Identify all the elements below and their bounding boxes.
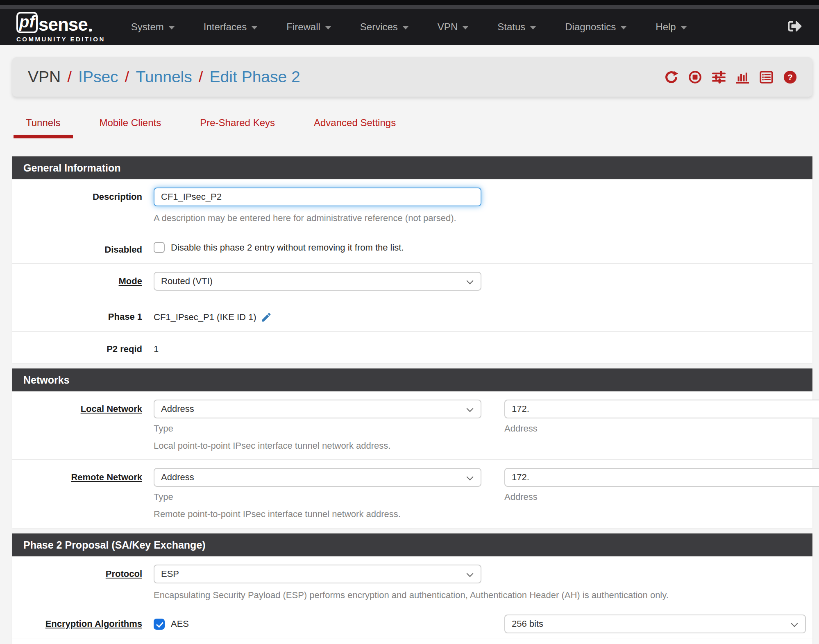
nav-item-system[interactable]: System <box>117 9 189 45</box>
row-encryption-aes: Encryption Algorithms AES 256 bits <box>12 609 812 639</box>
caret-down-icon <box>168 26 175 29</box>
mode-label[interactable]: Mode <box>12 272 154 291</box>
sign-out-icon <box>788 19 802 33</box>
local-type-sublabel: Type <box>154 423 481 434</box>
encryption-algorithms-label[interactable]: Encryption Algorithms <box>12 615 154 633</box>
panel-phase2-proposal: Phase 2 Proposal (SA/Key Exchange) Proto… <box>12 533 812 644</box>
caret-down-icon <box>402 26 409 29</box>
main-navbar: pf sense COMMUNITY EDITION System Interf… <box>0 9 819 45</box>
local-network-address-input[interactable] <box>504 400 819 418</box>
remote-network-help: Remote point-to-point IPsec interface tu… <box>154 509 819 520</box>
aes-label: AES <box>171 619 189 629</box>
nav-item-interfaces[interactable]: Interfaces <box>189 9 272 45</box>
panel-title: Networks <box>12 368 812 391</box>
tab-mobile-clients[interactable]: Mobile Clients <box>100 117 161 138</box>
disabled-checkbox-label: Disable this phase 2 entry without remov… <box>171 242 404 253</box>
help-icon[interactable]: ? <box>783 70 797 84</box>
local-network-type-select[interactable]: Address <box>154 400 481 418</box>
description-help: A description may be entered here for ad… <box>154 213 806 224</box>
tab-advanced-settings[interactable]: Advanced Settings <box>314 117 396 138</box>
disabled-checkbox[interactable] <box>154 242 165 253</box>
protocol-select[interactable]: ESP <box>154 565 481 583</box>
pfsense-logo[interactable]: pf sense COMMUNITY EDITION <box>16 12 105 43</box>
remote-network-address-input[interactable] <box>504 468 819 487</box>
chevron-down-icon <box>467 405 474 412</box>
row-protocol: Protocol ESP Encapsulating Security Payl… <box>12 556 812 609</box>
breadcrumb-link-edit-phase2[interactable]: Edit Phase 2 <box>210 68 300 86</box>
row-disabled: Disabled Disable this phase 2 entry with… <box>12 232 812 264</box>
disabled-label: Disabled <box>12 240 154 255</box>
row-p2reqid: P2 reqid 1 <box>12 332 812 363</box>
caret-down-icon <box>462 26 469 29</box>
chevron-down-icon <box>467 474 474 481</box>
caret-down-icon <box>530 26 536 29</box>
p2reqid-value: 1 <box>154 340 806 355</box>
remote-network-label[interactable]: Remote Network <box>12 468 154 520</box>
tab-tunnels[interactable]: Tunnels <box>26 117 61 138</box>
list-icon[interactable] <box>760 70 773 84</box>
chevron-down-icon <box>467 570 474 577</box>
local-network-label[interactable]: Local Network <box>12 400 154 451</box>
row-phase1: Phase 1 CF1_IPsec_P1 (IKE ID 1) <box>12 299 812 332</box>
nav-item-firewall[interactable]: Firewall <box>272 9 346 45</box>
window-top-edge <box>0 0 819 5</box>
nav-menu: System Interfaces Firewall Services VPN … <box>117 9 701 45</box>
panel-general-information: General Information Description A descri… <box>12 156 812 363</box>
row-description: Description A description may be entered… <box>12 179 812 232</box>
bar-chart-icon[interactable] <box>736 70 749 84</box>
caret-down-icon <box>681 26 687 29</box>
caret-down-icon <box>620 26 627 29</box>
tab-pre-shared-keys[interactable]: Pre-Shared Keys <box>200 117 275 138</box>
stop-circle-icon[interactable] <box>688 70 702 84</box>
refresh-icon[interactable] <box>665 70 678 84</box>
remote-network-type-select[interactable]: Address <box>154 468 481 487</box>
svg-text:?: ? <box>787 72 793 81</box>
nav-item-status[interactable]: Status <box>483 9 551 45</box>
aes-checkbox[interactable] <box>154 619 165 630</box>
section-tabs: Tunnels Mobile Clients Pre-Shared Keys A… <box>26 117 807 138</box>
aes-bits-select[interactable]: 256 bits <box>504 615 806 633</box>
row-local-network: Local Network Address Type / <box>12 391 812 460</box>
logout-button[interactable] <box>788 19 802 35</box>
local-address-sublabel: Address <box>504 423 819 434</box>
p2reqid-label: P2 reqid <box>12 340 154 355</box>
brand-sense-text: sense <box>39 16 88 33</box>
protocol-label[interactable]: Protocol <box>12 565 154 601</box>
row-encryption-aes128gcm: AES128-GCM Auto <box>12 639 812 644</box>
description-input[interactable] <box>154 188 481 206</box>
nav-item-diagnostics[interactable]: Diagnostics <box>551 9 641 45</box>
nav-item-vpn[interactable]: VPN <box>423 9 483 45</box>
local-network-help: Local point-to-point IPsec interface tun… <box>154 441 819 451</box>
nav-item-services[interactable]: Services <box>346 9 423 45</box>
breadcrumb-link-ipsec[interactable]: IPsec <box>78 68 118 86</box>
breadcrumb-bar: VPN / IPsec / Tunnels / Edit Phase 2 <box>12 57 812 97</box>
pf-logo-box: pf <box>16 12 38 33</box>
chevron-down-icon <box>467 278 474 285</box>
description-label: Description <box>12 188 154 224</box>
row-remote-network: Remote Network Address Type / <box>12 460 812 528</box>
breadcrumb-separator: / <box>67 68 72 86</box>
chevron-down-icon <box>791 620 798 627</box>
panel-networks: Networks Local Network Address Type <box>12 368 812 528</box>
caret-down-icon <box>251 26 258 29</box>
panel-title: General Information <box>12 156 812 179</box>
caret-down-icon <box>325 26 331 29</box>
panel-title: Phase 2 Proposal (SA/Key Exchange) <box>12 533 812 556</box>
brand-edition-text: COMMUNITY EDITION <box>16 36 105 43</box>
remote-address-sublabel: Address <box>504 492 819 502</box>
breadcrumb-vpn: VPN <box>28 68 61 86</box>
breadcrumb: VPN / IPsec / Tunnels / Edit Phase 2 <box>28 68 300 86</box>
brand-trademark-dot <box>89 29 92 32</box>
breadcrumb-separator: / <box>199 68 203 86</box>
protocol-help: Encapsulating Security Payload (ESP) per… <box>154 590 806 601</box>
remote-type-sublabel: Type <box>154 492 481 502</box>
phase1-value: CF1_IPsec_P1 (IKE ID 1) <box>154 312 256 323</box>
mode-select[interactable]: Routed (VTI) <box>154 272 481 291</box>
breadcrumb-link-tunnels[interactable]: Tunnels <box>136 68 192 86</box>
phase1-label: Phase 1 <box>12 307 154 323</box>
edit-pencil-icon[interactable] <box>261 312 272 323</box>
nav-item-help[interactable]: Help <box>641 9 701 45</box>
sliders-icon[interactable] <box>712 70 726 84</box>
window-chrome-strip <box>0 5 819 9</box>
page-toolbar: ? <box>665 70 797 84</box>
